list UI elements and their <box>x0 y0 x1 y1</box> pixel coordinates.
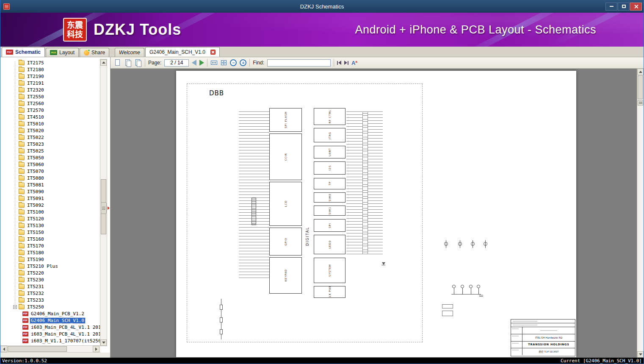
find-previous-button[interactable] <box>337 61 341 65</box>
tree-item-folder[interactable]: IT5180 <box>13 249 100 256</box>
scroll-down-button[interactable] <box>637 351 644 358</box>
folder-label: IT5022 <box>26 135 45 140</box>
tree-item-folder[interactable]: IT5022 <box>13 134 100 141</box>
tree-item-folder[interactable]: IT4510 <box>13 114 100 120</box>
scroll-right-button[interactable] <box>93 346 100 352</box>
testpoint-icon <box>444 242 448 246</box>
facing-pages-icon[interactable] <box>124 59 132 67</box>
logo-text-top: 东震 <box>67 20 83 30</box>
scroll-thumb[interactable] <box>8 346 67 352</box>
tree-item-file[interactable]: PDF G2406_Main_PCB_V1.2 <box>22 310 100 317</box>
folder-label: IT2180 <box>26 67 45 72</box>
tree-item-folder[interactable]: IT5120 <box>13 215 100 222</box>
tree-item-folder[interactable]: IT5130 <box>13 222 100 229</box>
pads-icon: PADS <box>50 50 57 55</box>
font-size-button[interactable]: A a <box>351 60 357 66</box>
tree-item-folder[interactable]: IT5020 <box>13 127 100 134</box>
tab-schematic[interactable]: PDF Schematic <box>2 47 45 57</box>
tree-item-folder[interactable]: IT5070 <box>13 168 100 175</box>
tree-item-folder[interactable]: IT5250 <box>13 303 100 310</box>
resistor-chain <box>219 299 224 339</box>
tree-item-folder[interactable]: IT5050 <box>13 154 100 161</box>
fit-page-icon[interactable] <box>221 60 227 66</box>
tree-item-folder[interactable]: IT2190 <box>13 73 100 80</box>
scroll-left-button[interactable] <box>0 346 7 352</box>
find-next-button[interactable] <box>344 61 348 65</box>
tree-item-folder[interactable]: IT5220 <box>13 270 100 276</box>
chip-block: KEYPAD <box>269 257 302 294</box>
scroll-up-button[interactable] <box>100 59 107 66</box>
tree-item-folder[interactable]: IT5190 <box>13 256 100 263</box>
zoom-in-button[interactable]: + <box>240 59 246 66</box>
folder-icon <box>19 298 25 303</box>
tree-item-folder[interactable]: IT2180 <box>13 66 100 73</box>
tree-item-folder[interactable]: IT5230 <box>13 276 100 283</box>
doc-tab-current[interactable]: G2406_Main_SCH_V1.0 <box>145 47 220 57</box>
tree-item-file[interactable]: PDF G2406_Main_SCH_V1.0 <box>22 317 100 324</box>
fit-width-icon[interactable] <box>210 60 218 66</box>
split-grip[interactable] <box>638 100 643 106</box>
tab-layout[interactable]: PADS Layout <box>46 48 79 57</box>
zoom-out-button[interactable]: − <box>230 59 237 66</box>
doc-tab-welcome[interactable]: Welcome <box>115 48 144 57</box>
tree-item-file[interactable]: PDF i603_M_V1.1_170707(it5250 <box>22 337 100 344</box>
close-button[interactable] <box>630 3 642 11</box>
continuous-pages-icon[interactable] <box>135 59 142 67</box>
tree-item-folder[interactable]: IT5150 <box>13 229 100 236</box>
next-page-button[interactable] <box>199 60 204 66</box>
tree-item-folder[interactable]: IT2175 <box>13 59 100 66</box>
tree-item-folder[interactable]: IT2320 <box>13 86 100 93</box>
tree-item-folder[interactable]: IT5160 <box>13 236 100 242</box>
tree-item-folder[interactable]: IT2560 <box>13 100 100 107</box>
page-number-input[interactable] <box>164 59 189 67</box>
folder-label: IT2550 <box>26 94 45 100</box>
tree-item-folder[interactable]: IT5010 <box>13 120 100 127</box>
folder-label: IT2320 <box>26 87 45 93</box>
folder-label: IT5091 <box>26 196 45 201</box>
pad-icon <box>477 285 480 288</box>
sidebar-collapse-handle[interactable] <box>101 202 107 214</box>
close-tab-icon[interactable] <box>210 50 216 55</box>
tree-item-folder[interactable]: IT5210 Plus <box>13 263 100 270</box>
tree-item-folder[interactable]: IT5090 <box>13 188 100 195</box>
single-page-icon[interactable] <box>114 59 122 67</box>
previous-page-button[interactable] <box>192 60 196 66</box>
chip-block: LED0 <box>314 235 345 254</box>
tree-item-folder[interactable]: IT5080 <box>13 175 100 181</box>
scroll-down-button[interactable] <box>100 339 107 346</box>
tree-horizontal-scrollbar <box>0 345 100 353</box>
scroll-thumb[interactable] <box>638 75 643 99</box>
tree-item-file[interactable]: PDF i603_Main_PCB_4L_V1.1 201 <box>22 324 100 331</box>
tree-item-folder[interactable]: IT5092 <box>13 202 100 208</box>
folder-icon <box>19 230 25 235</box>
folder-icon <box>19 108 25 113</box>
tree-item-folder[interactable]: IT5081 <box>13 181 100 188</box>
folder-label: IT2191 <box>26 81 45 86</box>
tree-item-folder[interactable]: IT5091 <box>13 195 100 202</box>
tree-item-folder[interactable]: IT5060 <box>13 161 100 168</box>
tree-item-folder[interactable]: IT2570 <box>13 107 100 114</box>
tree-item-folder[interactable]: IT5170 <box>13 242 100 249</box>
tree-item-folder[interactable]: IT2191 <box>13 80 100 86</box>
chip-name: DIGITAL <box>306 227 310 247</box>
tree-item-folder[interactable]: IT5233 <box>13 297 100 303</box>
pdf-viewer[interactable]: DBB SPI FLASHCCIRLCDGPIOKEYPAD RF CTRLJT… <box>111 69 644 358</box>
tree-item-folder[interactable]: IT5231 <box>13 283 100 290</box>
arrow-down-icon <box>102 342 105 344</box>
folder-icon <box>19 169 25 174</box>
maximize-button[interactable] <box>618 3 630 11</box>
find-input[interactable] <box>267 59 331 67</box>
tree-item-folder[interactable]: IT5025 <box>13 147 100 154</box>
tree-item-folder[interactable]: IT2550 <box>13 93 100 100</box>
expander-icon[interactable] <box>13 305 17 309</box>
chip-block: UART <box>314 146 345 158</box>
tree-item-folder[interactable]: IT5023 <box>13 141 100 147</box>
folder-icon <box>19 176 25 181</box>
tab-share[interactable]: Share <box>80 48 109 57</box>
scroll-up-button[interactable] <box>637 69 644 75</box>
folder-label: IT5130 <box>26 223 45 228</box>
tree-item-folder[interactable]: IT5232 <box>13 290 100 297</box>
tree-item-folder[interactable]: IT5100 <box>13 208 100 215</box>
minimize-button[interactable] <box>605 3 617 11</box>
tree-item-file[interactable]: PDF i603_Main_PCB_4L_V1.1 201 <box>22 331 100 337</box>
